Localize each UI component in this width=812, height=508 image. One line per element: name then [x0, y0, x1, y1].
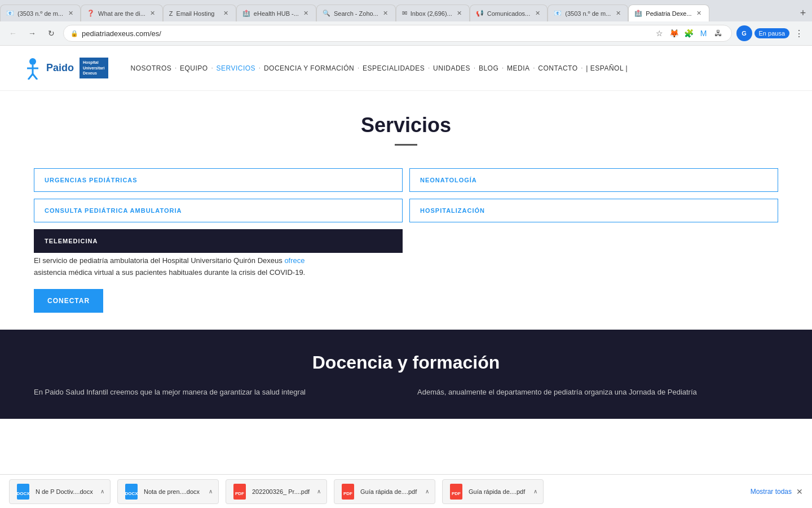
- browser-tab-tab1[interactable]: 📧(3503 n.º de m...✕: [0, 5, 81, 21]
- download-item-3[interactable]: PDF Guía rápida de....pdf∧: [334, 479, 435, 504]
- firefox-icon[interactable]: 🦊: [668, 27, 681, 40]
- nav-separator: ·: [211, 65, 213, 71]
- nav-item-7: MEDIA·: [507, 64, 535, 72]
- browser-tab-tab3[interactable]: ZEmail Hosting✕: [163, 5, 236, 21]
- browser-tab-tab6[interactable]: ✉Inbox (2,696)...✕: [396, 5, 470, 21]
- bookmark-icon[interactable]: ☆: [654, 27, 666, 40]
- services-right-col: NEONATOLOGÍA HOSPITALIZACIÓN: [409, 168, 778, 253]
- paido-logo-svg: [23, 57, 43, 80]
- extension-icon[interactable]: 🧩: [683, 27, 695, 40]
- desc-start: El servicio de pediatría ambulatoria del: [34, 256, 162, 265]
- tab-close-button[interactable]: ✕: [695, 10, 703, 17]
- url-text: pediatriadexeus.com/es/: [82, 29, 650, 38]
- tab-close-button[interactable]: ✕: [533, 10, 541, 17]
- nav-link-3[interactable]: DOCENCIA Y FORMACIÓN: [264, 64, 354, 72]
- ofrece-link[interactable]: ofrece: [284, 256, 304, 265]
- title-divider: [395, 144, 417, 146]
- dark-text-right: Además, anualmente el departamento de pe…: [417, 388, 756, 396]
- browser-tab-tab7[interactable]: 📢Comunicados...✕: [470, 5, 548, 21]
- nav-link-0[interactable]: NOSOTROS: [131, 64, 172, 72]
- browser-tab-tab5[interactable]: 🔍Search - Zoho...✕: [316, 5, 396, 21]
- nav-separator: ·: [175, 65, 176, 71]
- download-item-2[interactable]: PDF 202200326_ Pr....pdf∧: [226, 479, 327, 504]
- desc-end: asistencia médica virtual a sus paciente…: [34, 268, 305, 277]
- tab-close-button[interactable]: ✕: [456, 10, 464, 17]
- telemedicina-description: El servicio de pediatría ambulatoria del…: [34, 255, 327, 279]
- nav-link-9[interactable]: | ESPAÑOL |: [586, 64, 628, 72]
- svg-text:PDF: PDF: [235, 491, 244, 496]
- download-expand-icon[interactable]: ∧: [533, 488, 537, 494]
- show-all-button[interactable]: Mostrar todas: [751, 488, 792, 496]
- tab-favicon: 🏥: [634, 10, 642, 17]
- new-tab-button[interactable]: +: [794, 5, 812, 21]
- conectar-button[interactable]: CONECTAR: [34, 289, 103, 313]
- nav-separator: ·: [259, 65, 261, 71]
- download-file-icon: DOCX: [15, 482, 31, 501]
- browser-tab-tab2[interactable]: ❓What are the di...✕: [81, 5, 163, 21]
- close-download-bar-button[interactable]: ✕: [796, 487, 803, 496]
- tab-title: Email Hosting: [176, 10, 219, 17]
- tab-title: Pediatria Dexe...: [646, 10, 691, 17]
- dark-text-left: En Paido Salud Infantil creemos que la m…: [34, 388, 372, 396]
- tab-close-button[interactable]: ✕: [382, 10, 390, 17]
- profile-button[interactable]: G: [736, 25, 752, 41]
- forward-button[interactable]: →: [25, 26, 39, 41]
- nav-link-4[interactable]: ESPECIALIDADES: [363, 64, 425, 72]
- browser-tab-tab8[interactable]: 📧(3503 n.º de m...✕: [548, 5, 628, 21]
- tab-title: (3503 n.º de m...: [565, 10, 611, 17]
- nav-link-2[interactable]: SERVICIOS: [216, 64, 255, 72]
- tab-bar: 📧(3503 n.º de m...✕❓What are the di...✕Z…: [0, 0, 812, 21]
- nav-link-1[interactable]: EQUIPO: [180, 64, 208, 72]
- paused-badge: En pausa: [754, 28, 789, 38]
- download-expand-icon[interactable]: ∧: [425, 488, 429, 494]
- neonatologia-btn[interactable]: NEONATOLOGÍA: [409, 168, 778, 192]
- download-item-0[interactable]: DOCX N de P Doctiv....docx∧: [9, 479, 111, 504]
- download-info: Guía rápida de....pdf: [360, 488, 421, 495]
- tab-close-button[interactable]: ✕: [614, 10, 622, 17]
- page-title: Servicios: [34, 113, 778, 137]
- consulta-btn[interactable]: CONSULTA PEDIÁTRICA AMBULATORIA: [34, 199, 403, 222]
- nav-link-8[interactable]: CONTACTO: [538, 64, 577, 72]
- back-button[interactable]: ←: [6, 26, 20, 41]
- nav-separator: ·: [533, 65, 535, 71]
- tab-close-button[interactable]: ✕: [302, 10, 310, 17]
- tab-close-button[interactable]: ✕: [222, 10, 230, 17]
- telemedicina-btn[interactable]: TELEMEDICINA: [34, 229, 403, 253]
- tab-close-button[interactable]: ✕: [67, 10, 74, 17]
- ext3-icon[interactable]: 🖧: [712, 27, 725, 40]
- toolbar-right: G En pausa ⋮: [736, 25, 806, 41]
- hospitalizacion-btn[interactable]: HOSPITALIZACIÓN: [409, 199, 778, 222]
- browser-tab-tab9[interactable]: 🏥Pediatria Dexe...✕: [628, 5, 709, 21]
- svg-text:DOCX: DOCX: [17, 491, 29, 496]
- download-expand-icon[interactable]: ∧: [100, 488, 104, 494]
- nav-link-7[interactable]: MEDIA: [507, 64, 530, 72]
- tab-favicon: ✉: [402, 10, 407, 17]
- address-field[interactable]: 🔒 pediatriadexeus.com/es/ ☆ 🦊 🧩 M 🖧: [63, 25, 732, 42]
- logo-paido: Paido: [23, 57, 74, 80]
- download-file-icon: DOCX: [123, 482, 139, 501]
- svg-text:DOCX: DOCX: [125, 491, 138, 496]
- tab-close-button[interactable]: ✕: [149, 10, 157, 17]
- tab-favicon: 📢: [476, 10, 484, 17]
- download-expand-icon[interactable]: ∧: [209, 488, 213, 494]
- nav-item-2: SERVICIOS·: [216, 64, 260, 72]
- nav-link-6[interactable]: BLOG: [479, 64, 498, 72]
- nav-link-5[interactable]: UNIDADES: [433, 64, 470, 72]
- browser-tab-tab4[interactable]: 🏥eHealth HUB -...✕: [236, 5, 316, 21]
- dark-section-title: Docencia y formación: [34, 352, 778, 373]
- download-file-icon: PDF: [448, 482, 464, 501]
- tab-title: eHealth HUB -...: [254, 10, 299, 17]
- menu-button[interactable]: ⋮: [792, 26, 806, 41]
- urgencias-btn[interactable]: URGENCIAS PEDIÁTRICAS: [34, 168, 403, 192]
- svg-line-4: [33, 74, 37, 80]
- hospital-logo: HospitalUniversitariDexeus: [80, 58, 108, 78]
- services-section: Servicios URGENCIAS PEDIÁTRICAS CONSULTA…: [0, 91, 812, 330]
- nav-item-8: CONTACTO·: [538, 64, 582, 72]
- ext2-icon[interactable]: M: [698, 27, 710, 40]
- telemedicina-block: El servicio de pediatría ambulatoria del…: [34, 255, 778, 313]
- refresh-button[interactable]: ↻: [44, 26, 59, 41]
- download-info: N de P Doctiv....docx: [36, 488, 96, 495]
- download-expand-icon[interactable]: ∧: [317, 488, 321, 494]
- download-item-1[interactable]: DOCX Nota de pren....docx∧: [117, 479, 219, 504]
- download-item-4[interactable]: PDF Guía rápida de....pdf∧: [442, 479, 544, 504]
